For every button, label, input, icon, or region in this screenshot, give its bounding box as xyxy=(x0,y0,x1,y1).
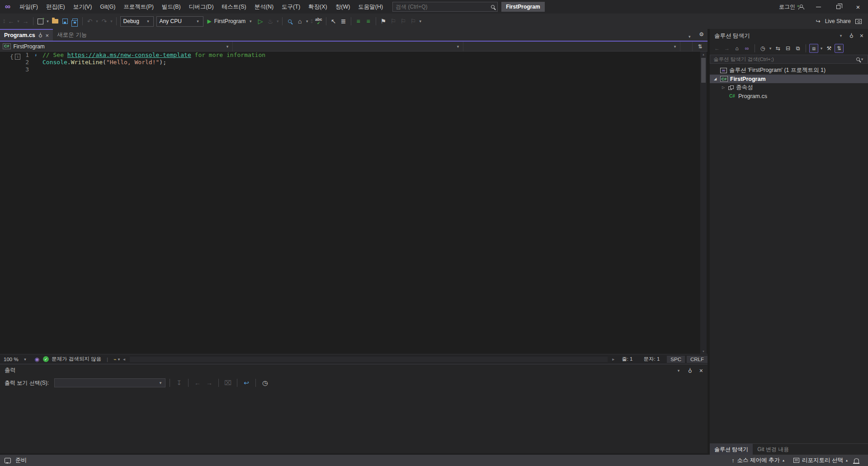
tree-item-FirstProgram[interactable]: ◢C#FirstProgram xyxy=(710,75,868,83)
scroll-up-icon[interactable]: ▴ xyxy=(700,52,707,56)
hscroll-right-icon[interactable]: ▸ xyxy=(610,357,616,362)
minimize-button[interactable] xyxy=(808,0,828,14)
se-pin-icon[interactable]: ⚲ xyxy=(849,33,854,39)
se-sync-with-active-document-button[interactable]: ⇆ xyxy=(774,44,783,53)
code-line[interactable]: 1⌁// See https://aka.ms/new-console-temp… xyxy=(0,52,698,59)
solution-explorer-home-button[interactable]: ⌂ xyxy=(295,16,305,27)
health-message[interactable]: 문제가 검색되지 않음 xyxy=(52,356,101,362)
panel-tab-솔루션 탐색기[interactable]: 솔루션 탐색기 xyxy=(710,444,753,455)
panel-tab-Git 변경 내용[interactable]: Git 변경 내용 xyxy=(753,444,793,455)
search-input[interactable] xyxy=(396,4,491,10)
code-line[interactable]: 3 xyxy=(0,66,698,73)
vertical-scrollbar-thumb[interactable] xyxy=(701,58,706,83)
solution-explorer-search-box[interactable]: ▾ xyxy=(710,55,868,64)
run-target-dropdown[interactable]: ▾ xyxy=(248,16,253,27)
output-pin-icon[interactable]: ⚲ xyxy=(688,367,692,374)
menu-item[interactable]: 확장(X) xyxy=(304,0,331,14)
horizontal-scrollbar[interactable] xyxy=(130,357,608,362)
decrease-indent-button[interactable]: ≡ xyxy=(354,16,363,27)
menu-item[interactable]: 창(W) xyxy=(331,0,354,14)
solution-name-badge[interactable]: FirstProgram xyxy=(501,2,544,12)
code-line[interactable]: 2Console.WriteLine("Hello, World!"); xyxy=(0,59,698,66)
se-back-button[interactable]: ← xyxy=(712,44,722,53)
se-window-dropdown[interactable]: ▾ xyxy=(839,30,843,41)
eol-mode-indicator[interactable]: CRLF xyxy=(687,356,708,363)
output-window-dropdown[interactable]: ▾ xyxy=(676,365,681,376)
tree-item-종속성[interactable]: ▷종속성 xyxy=(710,83,868,92)
navigate-to-cursor-button[interactable]: ↖ xyxy=(329,16,339,27)
output-source-combo[interactable]: ▾ xyxy=(54,378,165,387)
restore-button[interactable] xyxy=(828,0,848,14)
se-home-button[interactable]: ⌂ xyxy=(732,44,741,53)
new-project-button[interactable] xyxy=(36,16,46,27)
start-without-debugging-button[interactable]: ▷ xyxy=(255,16,265,27)
spell-check-button[interactable]: abc✓ xyxy=(314,16,324,27)
se-switch-views-button[interactable]: ∞ xyxy=(742,44,751,53)
hot-reload-button[interactable]: ♨ xyxy=(265,16,275,27)
redo-button[interactable]: ↷ xyxy=(99,16,109,27)
sign-in-button[interactable]: 로그인 ＋ xyxy=(774,3,808,11)
notifications-bell-icon[interactable] xyxy=(854,458,859,463)
se-search-dropdown-icon[interactable]: ▾ xyxy=(860,54,864,65)
add-to-source-control-button[interactable]: ↑ 소스 제어에 추가 ▴ xyxy=(729,455,787,466)
solution-configurations-combo[interactable]: Debug ▾ xyxy=(120,16,154,27)
tree-expander-icon[interactable]: ▷ xyxy=(721,85,726,89)
save-button[interactable] xyxy=(60,16,70,27)
menu-item[interactable]: 빌드(B) xyxy=(158,0,185,14)
menu-item[interactable]: 도움말(H) xyxy=(354,0,387,14)
hot-reload-dropdown[interactable]: ▾ xyxy=(275,16,280,27)
output-content[interactable] xyxy=(0,389,708,454)
member-navcombo[interactable]: ▾ xyxy=(463,42,680,51)
undo-dropdown[interactable]: ▾ xyxy=(95,16,99,27)
live-share-button[interactable]: Live Share xyxy=(825,18,851,24)
redo-dropdown[interactable]: ▾ xyxy=(109,16,114,27)
navigate-back-dropdown[interactable]: ▾ xyxy=(16,16,21,27)
toggle-word-wrap-button[interactable]: ↩ xyxy=(241,377,251,388)
space-mode-indicator[interactable]: SPC xyxy=(667,356,685,363)
editor-options-gear-icon[interactable]: ⚙ xyxy=(699,31,704,42)
zoom-control[interactable]: 100 % ▾ xyxy=(0,354,31,365)
tree-item-솔루션 'FirstProgram' (1 프로젝트의 1)[interactable]: ∞솔루션 'FirstProgram' (1 프로젝트의 1) xyxy=(710,66,868,75)
solution-platforms-combo[interactable]: Any CPU ▾ xyxy=(156,16,203,27)
toolbar-grip[interactable]: ⁞⁞ xyxy=(309,19,314,24)
menu-item[interactable]: 분석(N) xyxy=(250,0,278,14)
toggle-bookmark-button[interactable]: ⚑ xyxy=(378,16,388,27)
se-forward-button[interactable]: → xyxy=(722,44,731,53)
menu-item[interactable]: 디버그(D) xyxy=(185,0,218,14)
find-message-in-code-button[interactable]: ↧ xyxy=(174,377,184,388)
increase-indent-button[interactable]: ≡ xyxy=(363,16,373,27)
se-show-all-files-button[interactable]: ⧉ xyxy=(793,44,802,53)
find-in-files-button[interactable] xyxy=(285,16,295,27)
previous-message-button[interactable]: ← xyxy=(193,377,203,388)
tree-item-Program.cs[interactable]: C#Program.cs xyxy=(710,92,868,100)
menu-item[interactable]: 파일(F) xyxy=(15,0,42,14)
output-source-value[interactable] xyxy=(57,380,158,386)
next-message-button[interactable]: → xyxy=(204,377,214,388)
hscroll-left-icon[interactable]: ◂ xyxy=(121,357,127,362)
se-filter-dropdown[interactable]: ▾ xyxy=(768,43,773,54)
code-health-pulse-icon[interactable]: ◉ xyxy=(35,356,39,362)
se-properties-button[interactable]: ⚒ xyxy=(825,44,834,53)
scroll-down-icon[interactable]: ▾ xyxy=(700,349,707,353)
code-editor[interactable]: { ↴ 1⌁// See https://aka.ms/new-console-… xyxy=(0,52,708,354)
next-bookmark-button[interactable]: ⚐ xyxy=(398,16,408,27)
se-preview-selected-items-button[interactable]: ⇅ xyxy=(835,44,844,53)
clear-all-output-button[interactable]: ⌧ xyxy=(223,377,233,388)
bookmark-dropdown[interactable]: ▾ xyxy=(418,16,423,27)
menu-item[interactable]: Git(G) xyxy=(96,0,119,14)
vertical-scrollbar[interactable]: ▴ ▾ xyxy=(700,52,707,354)
document-list-dropdown[interactable]: ▾ xyxy=(687,31,692,42)
navigate-forward-button[interactable]: → xyxy=(21,16,31,27)
se-pending-changes-filter-button[interactable]: ◷ xyxy=(758,44,767,53)
quick-actions-icon[interactable]: ⌁ xyxy=(32,52,39,62)
tab-새로운 기능[interactable]: 새로운 기능 xyxy=(53,29,91,41)
menu-item[interactable]: 편집(E) xyxy=(42,0,69,14)
task-status-icon[interactable] xyxy=(5,458,11,463)
tab-close-icon[interactable]: × xyxy=(46,32,49,39)
save-all-button[interactable] xyxy=(70,16,80,27)
tree-expander-icon[interactable]: ◢ xyxy=(712,77,718,81)
tab-Program.cs[interactable]: Program.cs⚲× xyxy=(0,29,53,41)
feedback-icon[interactable] xyxy=(855,19,862,24)
code-cleanup-dropdown[interactable]: ▾ xyxy=(117,354,121,365)
quick-search-box[interactable] xyxy=(392,2,498,12)
